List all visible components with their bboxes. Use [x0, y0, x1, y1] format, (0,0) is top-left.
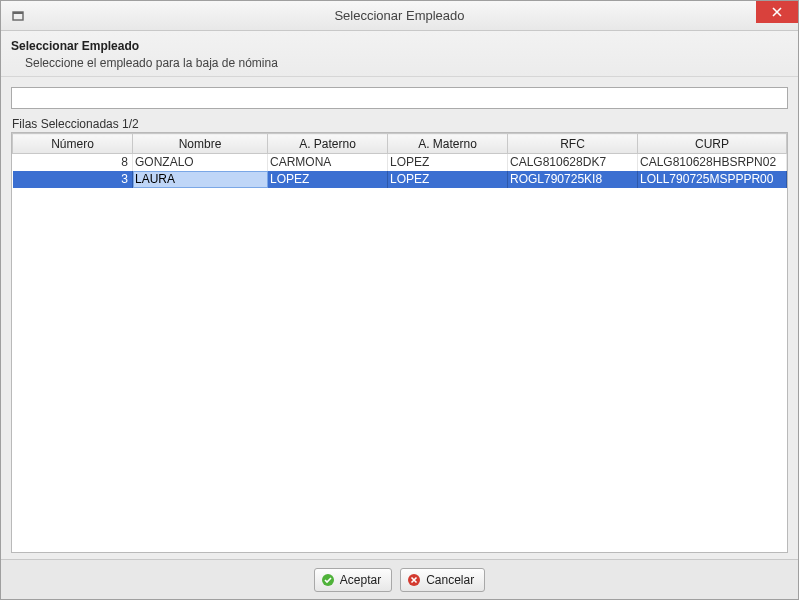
cancel-icon	[407, 573, 421, 587]
col-curp[interactable]: CURP	[638, 134, 787, 154]
col-rfc[interactable]: RFC	[508, 134, 638, 154]
content-area: Filas Seleccionadas 1/2 Número Nombre A.…	[1, 77, 798, 559]
cell-curp[interactable]: LOLL790725MSPPPR00	[638, 171, 787, 188]
cancel-label: Cancelar	[426, 573, 474, 587]
search-input[interactable]	[12, 88, 787, 108]
header-block: Seleccionar Empleado Seleccione el emple…	[1, 31, 798, 77]
svg-rect-1	[13, 12, 23, 14]
table-row[interactable]: 3LAURALOPEZLOPEZROGL790725KI8LOLL790725M…	[13, 171, 787, 188]
col-nombre[interactable]: Nombre	[133, 134, 268, 154]
search-row	[11, 87, 788, 109]
cancel-button[interactable]: Cancelar	[400, 568, 485, 592]
cell-rfc[interactable]: CALG810628DK7	[508, 154, 638, 171]
table-row[interactable]: 8GONZALOCARMONALOPEZCALG810628DK7CALG810…	[13, 154, 787, 171]
dialog-window: Seleccionar Empleado Seleccionar Emplead…	[0, 0, 799, 600]
cell-nombre[interactable]: GONZALO	[133, 154, 268, 171]
app-icon	[9, 7, 27, 25]
titlebar: Seleccionar Empleado	[1, 1, 798, 31]
header-title: Seleccionar Empleado	[11, 39, 788, 53]
accept-label: Aceptar	[340, 573, 381, 587]
grid-body: 8GONZALOCARMONALOPEZCALG810628DK7CALG810…	[13, 154, 787, 188]
close-button[interactable]	[756, 1, 798, 23]
col-numero[interactable]: Número	[13, 134, 133, 154]
cell-apaterno[interactable]: LOPEZ	[268, 171, 388, 188]
cell-rfc[interactable]: ROGL790725KI8	[508, 171, 638, 188]
window-title: Seleccionar Empleado	[1, 8, 798, 23]
cell-numero[interactable]: 3	[13, 171, 133, 188]
accept-button[interactable]: Aceptar	[314, 568, 392, 592]
employee-grid[interactable]: Número Nombre A. Paterno A. Materno RFC …	[11, 132, 788, 553]
selected-rows-label: Filas Seleccionadas 1/2	[11, 117, 788, 131]
cell-numero[interactable]: 8	[13, 154, 133, 171]
grid-header: Número Nombre A. Paterno A. Materno RFC …	[12, 133, 787, 188]
button-bar: Aceptar Cancelar	[1, 559, 798, 599]
cell-amaterno[interactable]: LOPEZ	[388, 154, 508, 171]
header-subtitle: Seleccione el empleado para la baja de n…	[11, 56, 788, 70]
cell-curp[interactable]: CALG810628HBSRPN02	[638, 154, 787, 171]
cell-apaterno[interactable]: CARMONA	[268, 154, 388, 171]
cell-nombre[interactable]: LAURA	[133, 171, 268, 188]
col-amaterno[interactable]: A. Materno	[388, 134, 508, 154]
col-apaterno[interactable]: A. Paterno	[268, 134, 388, 154]
accept-icon	[321, 573, 335, 587]
cell-amaterno[interactable]: LOPEZ	[388, 171, 508, 188]
